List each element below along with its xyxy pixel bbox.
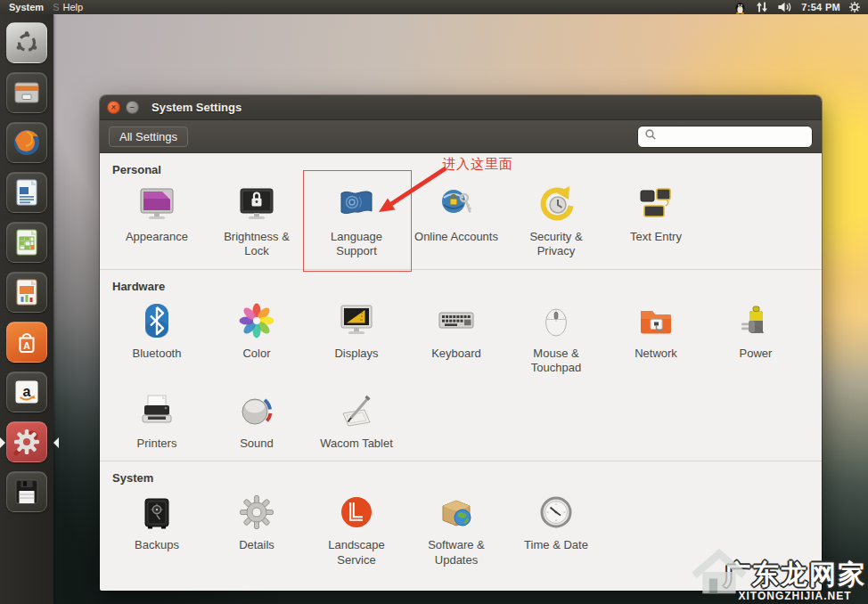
- section-personal: PersonalAppearanceBrightness & LockLangu…: [100, 153, 822, 270]
- settings-item-label: Landscape Service: [310, 538, 403, 567]
- online-accounts-icon: [435, 183, 478, 225]
- close-button[interactable]: ×: [107, 101, 120, 114]
- launcher-item-disk[interactable]: [6, 471, 47, 512]
- disk-icon: [9, 474, 45, 510]
- printers-icon: [135, 389, 178, 432]
- launcher-item-amazon[interactable]: a: [6, 371, 47, 412]
- firefox-icon: [9, 125, 45, 160]
- settings-item-security-and-privacy[interactable]: Security & Privacy: [506, 178, 606, 269]
- clock-label[interactable]: 7:54 PM: [801, 2, 840, 12]
- calc-icon: [9, 224, 45, 260]
- settings-item-network[interactable]: Network: [606, 295, 706, 386]
- landscape-icon: [335, 491, 378, 534]
- appearance-icon: [135, 183, 178, 225]
- settings-item-online-accounts[interactable]: Online Accounts: [406, 178, 506, 269]
- window-titlebar[interactable]: × − System Settings: [100, 95, 822, 120]
- settings-item-sound[interactable]: Sound: [207, 385, 307, 461]
- top-menu-bar: System S Help 7:54 PM: [0, 0, 868, 14]
- svg-text:A: A: [23, 340, 30, 351]
- settings-item-label: Wacom Tablet: [320, 437, 393, 451]
- volume-icon[interactable]: [777, 1, 793, 13]
- settings-item-landscape-service[interactable]: Landscape Service: [307, 486, 406, 577]
- settings-item-details[interactable]: Details: [207, 486, 307, 577]
- app-menus: System S Help: [0, 2, 83, 12]
- software-updates-icon: [435, 491, 478, 534]
- settings-item-power[interactable]: Power: [706, 295, 806, 386]
- settings-item-label: Language Support: [310, 230, 403, 259]
- launcher-item-files[interactable]: [6, 72, 47, 113]
- settings-item-label: Backups: [135, 538, 179, 552]
- settings-item-brightness-and-lock[interactable]: Brightness & Lock: [207, 178, 307, 269]
- menu-ghost-letter: S: [53, 2, 59, 12]
- brightness-lock-icon: [235, 183, 278, 225]
- settings-item-mouse-and-touchpad[interactable]: Mouse & Touchpad: [506, 295, 606, 386]
- settings-item-backups[interactable]: Backups: [107, 486, 207, 577]
- launcher: Aa: [0, 14, 53, 604]
- menu-system[interactable]: System: [9, 2, 44, 12]
- settings-item-text-entry[interactable]: Text Entry: [606, 178, 706, 269]
- settings-item-wacom-tablet[interactable]: Wacom Tablet: [307, 385, 406, 461]
- settings-item-label: Brightness & Lock: [210, 230, 303, 259]
- linux-tux-icon[interactable]: [733, 1, 747, 14]
- search-icon: [644, 128, 657, 144]
- settings-item-printers[interactable]: Printers: [107, 385, 207, 461]
- settings-item-keyboard[interactable]: Keyboard: [406, 295, 506, 386]
- settings-item-software-and-updates[interactable]: Software & Updates: [406, 486, 506, 577]
- window-toolbar: All Settings: [100, 120, 822, 153]
- settings-item-color[interactable]: Color: [207, 295, 307, 386]
- section-title: Hardware: [112, 280, 815, 293]
- section-hardware: HardwareBluetoothColorDisplaysKeyboardMo…: [100, 270, 822, 462]
- section-title: System: [112, 471, 815, 485]
- files-icon: [9, 75, 45, 110]
- settings-item-label: Power: [740, 347, 773, 361]
- settings-item-label: Mouse & Touchpad: [510, 347, 602, 376]
- launcher-item-calc[interactable]: [6, 222, 47, 263]
- launcher-item-impress[interactable]: [6, 272, 47, 313]
- text-entry-icon: [635, 183, 677, 225]
- desktop-background: System S Help 7:54 PM Aa × − System Sett…: [0, 0, 868, 604]
- settings-item-label: Security & Privacy: [510, 230, 602, 259]
- launcher-item-system-settings[interactable]: [6, 421, 47, 462]
- dash-icon: [9, 25, 45, 61]
- settings-item-appearance[interactable]: Appearance: [107, 178, 207, 269]
- settings-item-label: Text Entry: [630, 230, 682, 244]
- launcher-item-dash[interactable]: [6, 22, 47, 63]
- language-support-icon: [335, 183, 378, 225]
- house-icon: [684, 547, 754, 597]
- network-icon: [635, 299, 677, 342]
- settings-item-bluetooth[interactable]: Bluetooth: [107, 295, 207, 386]
- section-title: Personal: [112, 163, 815, 176]
- session-gear-icon[interactable]: [848, 1, 861, 13]
- launcher-item-writer[interactable]: [6, 172, 47, 213]
- launcher-item-firefox[interactable]: [6, 122, 47, 163]
- search-input[interactable]: [661, 130, 806, 143]
- network-arrows-icon[interactable]: [755, 1, 769, 13]
- search-box[interactable]: [637, 126, 813, 148]
- settings-content: PersonalAppearanceBrightness & LockLangu…: [100, 153, 822, 591]
- wacom-icon: [335, 389, 378, 432]
- settings-item-label: Bluetooth: [133, 347, 182, 361]
- settings-item-time-and-date[interactable]: Time & Date: [506, 486, 606, 577]
- settings-item-label: Printers: [137, 437, 177, 451]
- system-settings-icon: [9, 424, 45, 460]
- svg-text:a: a: [23, 384, 31, 399]
- software-center-icon: A: [9, 324, 45, 360]
- minimize-button[interactable]: −: [126, 101, 139, 114]
- settings-item-label: Keyboard: [431, 347, 481, 361]
- launcher-item-software-center[interactable]: A: [6, 322, 47, 363]
- backups-icon: [135, 491, 178, 534]
- menu-help[interactable]: Help: [62, 2, 83, 12]
- amazon-icon: a: [9, 374, 45, 410]
- settings-item-displays[interactable]: Displays: [307, 295, 406, 386]
- settings-item-label: Online Accounts: [414, 230, 498, 244]
- settings-item-label: Appearance: [126, 230, 188, 244]
- bluetooth-icon: [135, 299, 178, 342]
- time-date-icon: [535, 491, 577, 534]
- settings-item-label: Network: [635, 347, 677, 361]
- power-icon: [734, 299, 777, 342]
- displays-icon: [335, 299, 378, 342]
- all-settings-button[interactable]: All Settings: [109, 127, 188, 147]
- sound-icon: [235, 389, 278, 432]
- settings-item-language-support[interactable]: Language Support: [307, 178, 406, 269]
- color-icon: [235, 299, 278, 342]
